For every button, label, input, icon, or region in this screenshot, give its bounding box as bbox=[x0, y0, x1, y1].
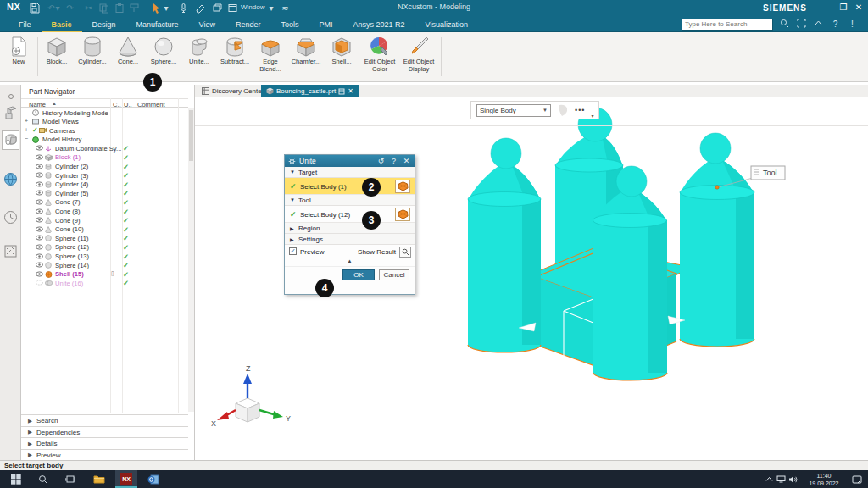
microphone-icon[interactable] bbox=[178, 3, 189, 14]
eye-icon[interactable] bbox=[36, 164, 43, 171]
file-explorer-icon[interactable] bbox=[88, 470, 110, 488]
ribbon-tab-basic[interactable]: Basic bbox=[42, 17, 82, 33]
tool-select-body-row[interactable]: ✓ Select Body (12) bbox=[285, 206, 415, 223]
cut-icon[interactable]: ✂ bbox=[83, 3, 94, 14]
format-painter-icon[interactable] bbox=[129, 3, 140, 14]
selection-filter-dropdown[interactable]: Single Body ▼ bbox=[476, 104, 551, 117]
fullscreen-icon[interactable] bbox=[796, 19, 807, 30]
eye-icon[interactable] bbox=[36, 208, 43, 216]
toolbar-expand-icon[interactable]: ▾ bbox=[591, 113, 593, 119]
navigator-section-preview[interactable]: ▶Preview bbox=[21, 449, 188, 460]
eye-icon[interactable] bbox=[36, 181, 43, 189]
close-tab-icon[interactable]: ✕ bbox=[348, 87, 353, 95]
command-finder-icon[interactable]: ! bbox=[847, 19, 858, 30]
eye-ghost-icon[interactable] bbox=[36, 280, 43, 287]
snap-face-icon[interactable] bbox=[557, 103, 569, 117]
customize-qat-icon[interactable]: ≂ bbox=[280, 3, 291, 14]
tree-row-model-history[interactable]: −Model History bbox=[21, 136, 188, 145]
ribbon-tab-visualization[interactable]: Visualization bbox=[415, 17, 478, 31]
minimize-button[interactable]: — bbox=[819, 2, 834, 14]
redo-icon[interactable]: ↷ bbox=[64, 3, 75, 14]
col-comment[interactable]: Comment bbox=[137, 101, 165, 108]
target-select-body-row[interactable]: ✓ Select Body (1) bbox=[285, 178, 415, 195]
history-palette-icon[interactable] bbox=[2, 208, 19, 227]
dialog-reset-icon[interactable]: ↺ bbox=[376, 157, 386, 165]
outlook-icon[interactable] bbox=[142, 470, 164, 488]
tree-row-sphere-12-[interactable]: Sphere (12)✓ bbox=[21, 243, 188, 252]
eye-icon[interactable] bbox=[36, 262, 43, 269]
ribbon-tab-file[interactable]: File bbox=[8, 17, 42, 31]
tree-row-sphere-13-[interactable]: Sphere (13)✓ bbox=[21, 252, 188, 262]
tower-right[interactable] bbox=[680, 133, 754, 347]
copy-icon[interactable] bbox=[98, 3, 109, 14]
tree-row-cylinder-5-[interactable]: Cylinder (5)✓ bbox=[21, 189, 188, 198]
start-button[interactable] bbox=[5, 470, 27, 488]
target-section-header[interactable]: ▼ Target bbox=[285, 167, 415, 178]
save-icon[interactable] bbox=[29, 3, 40, 14]
col-name[interactable]: Name bbox=[29, 101, 46, 108]
touch-dropdown-icon[interactable]: ▾ bbox=[163, 3, 170, 14]
tree-row-shell-15-[interactable]: Shell (15)▯✓ bbox=[21, 270, 188, 280]
taskbar-search-icon[interactable] bbox=[32, 470, 54, 488]
tree-row-cone-10-[interactable]: Cone (10)✓ bbox=[21, 225, 188, 235]
eye-icon[interactable] bbox=[36, 253, 43, 261]
roles-tools-icon[interactable] bbox=[2, 241, 19, 261]
eye-icon[interactable] bbox=[36, 235, 43, 242]
tool-section-header[interactable]: ▼ Tool bbox=[285, 195, 415, 206]
navigator-section-dependencies[interactable]: ▶Dependencies bbox=[21, 426, 188, 437]
ribbon-tab-tools[interactable]: Tools bbox=[270, 17, 309, 31]
help-icon[interactable]: ? bbox=[830, 19, 841, 30]
tool-body-button[interactable] bbox=[395, 208, 410, 221]
tab-discovery-center[interactable]: Discovery Center bbox=[197, 85, 269, 97]
task-view-icon[interactable] bbox=[59, 470, 81, 488]
settings-section-header[interactable]: ▶ Settings bbox=[285, 234, 415, 245]
tree-row-sphere-14-[interactable]: Sphere (14)✓ bbox=[21, 261, 188, 270]
cancel-button[interactable]: Cancel bbox=[379, 269, 409, 280]
new-button[interactable]: New bbox=[2, 36, 36, 66]
shell-button[interactable]: Shell... bbox=[325, 36, 359, 66]
edit-object-display-button[interactable]: Edit Object Display bbox=[399, 36, 438, 73]
preview-checkbox[interactable]: ✓ bbox=[289, 247, 297, 255]
tree-row-cylinder-3-[interactable]: Cylinder (3)✓ bbox=[21, 171, 188, 180]
subtract-button[interactable]: Subtract... bbox=[218, 36, 252, 66]
edge-blend-button[interactable]: Edge Blend... bbox=[253, 36, 287, 73]
taskbar-clock[interactable]: 11:40 19.09.2022 bbox=[802, 472, 846, 487]
dialog-collapse-strip[interactable]: ▲ bbox=[285, 258, 415, 267]
eye-icon[interactable] bbox=[36, 217, 43, 225]
chamfer-button[interactable]: Chamfer... bbox=[289, 36, 323, 66]
window-menu[interactable]: Window bbox=[241, 3, 264, 11]
minimize-ribbon-icon[interactable] bbox=[813, 19, 824, 30]
undo-dropdown-icon[interactable]: ▾ bbox=[54, 3, 61, 14]
tree-row-datum-coordinate-sy-[interactable]: Datum Coordinate Sy...✓ bbox=[21, 144, 188, 153]
show-result-button[interactable] bbox=[399, 247, 411, 258]
tree-row-history-modeling-mode[interactable]: History Modeling Mode bbox=[21, 108, 188, 118]
ribbon-tab-view[interactable]: View bbox=[189, 17, 225, 31]
tree-row-cone-9-[interactable]: Cone (9)✓ bbox=[21, 216, 188, 225]
unite-button[interactable]: Unite... bbox=[182, 36, 216, 66]
tree-row-cameras[interactable]: +✓Cameras bbox=[21, 126, 188, 136]
unite-dialog-titlebar[interactable]: Unite ↺ ? ✕ bbox=[285, 155, 415, 167]
search-input[interactable] bbox=[682, 19, 773, 30]
dialog-help-icon[interactable]: ? bbox=[389, 157, 398, 165]
navigator-section-details[interactable]: ▶Details bbox=[21, 437, 188, 448]
close-button[interactable]: ✕ bbox=[851, 2, 866, 14]
search-icon[interactable] bbox=[779, 19, 790, 30]
block-button[interactable]: Block... bbox=[40, 36, 74, 66]
eye-icon[interactable] bbox=[36, 244, 43, 252]
ok-button[interactable]: OK bbox=[342, 269, 375, 280]
eye-icon[interactable] bbox=[36, 154, 43, 162]
dialog-close-icon[interactable]: ✕ bbox=[402, 157, 411, 165]
sort-asc-icon[interactable]: ▲ bbox=[52, 101, 57, 106]
window-menu-dropdown-icon[interactable]: ▾ bbox=[268, 3, 275, 14]
tree-row-cone-7-[interactable]: Cone (7)✓ bbox=[21, 198, 188, 208]
nx-taskbar-icon[interactable]: NX bbox=[115, 470, 137, 488]
ribbon-tab-ansys-2021-r2[interactable]: Ansys 2021 R2 bbox=[343, 17, 415, 31]
col-c[interactable]: C.. bbox=[113, 101, 121, 108]
edit-object-color-button[interactable]: Edit Object Color bbox=[360, 36, 399, 73]
expander-icon[interactable]: + bbox=[25, 118, 28, 124]
navigator-section-search[interactable]: ▶Search bbox=[21, 414, 188, 425]
internet-icon[interactable] bbox=[2, 169, 19, 189]
expander-icon[interactable]: + bbox=[25, 127, 28, 133]
target-body-button[interactable] bbox=[395, 180, 410, 193]
eye-icon[interactable] bbox=[36, 172, 43, 180]
